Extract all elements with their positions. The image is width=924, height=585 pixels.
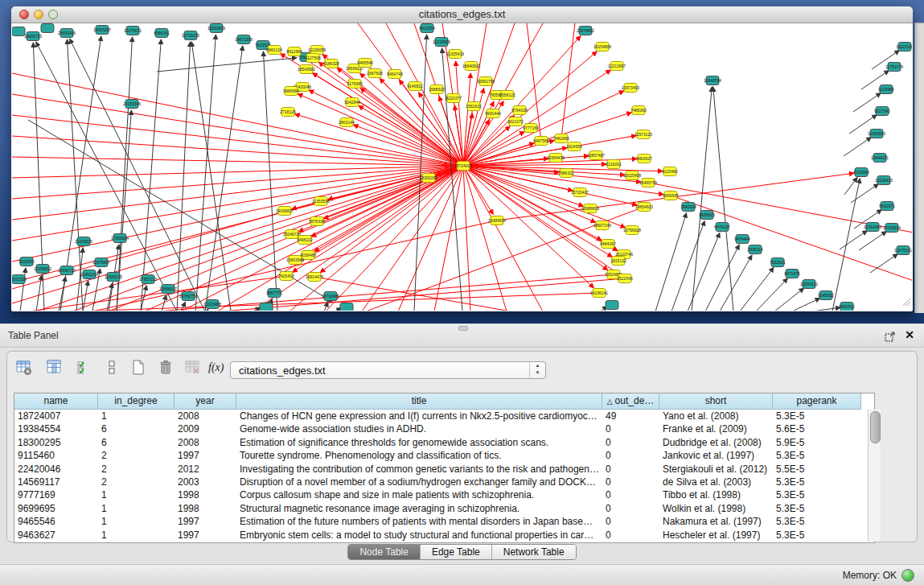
cell-year[interactable]: 1997: [175, 515, 236, 528]
cell-title[interactable]: Disruption of a novel member of a sodium…: [236, 476, 602, 488]
cell-in_degree[interactable]: 6: [98, 422, 175, 435]
cell-title[interactable]: Changes of HCN gene expression and I(f) …: [236, 410, 602, 422]
cell-pagerank[interactable]: 5.9E-5: [773, 436, 861, 449]
cell-out_de[interactable]: 0: [602, 436, 659, 449]
cell-title[interactable]: Estimation of significance thresholds fo…: [236, 436, 602, 449]
cell-title[interactable]: Estimation of the future numbers of pati…: [236, 515, 602, 528]
panel-collapse-arrow-icon[interactable]: [2, 264, 6, 270]
table-selector-dropdown[interactable]: citations_edges.txt ▲▼: [230, 361, 546, 379]
cell-year[interactable]: 2008: [175, 436, 236, 449]
cell-title[interactable]: Corpus callosum shape and size in male p…: [236, 488, 602, 501]
column-header-title[interactable]: title: [236, 393, 602, 410]
create-column-button[interactable]: [129, 359, 147, 377]
column-header-short[interactable]: short: [659, 393, 773, 410]
window-titlebar[interactable]: citations_edges.txt: [11, 6, 913, 23]
cell-pagerank[interactable]: 5.5E-5: [773, 463, 861, 476]
cell-title[interactable]: Structural magnetic resonance image aver…: [236, 502, 602, 515]
close-window-button[interactable]: [19, 10, 29, 19]
cell-out_de[interactable]: 0: [602, 502, 659, 515]
cell-in_degree[interactable]: 6: [98, 436, 175, 449]
cell-short[interactable]: Stergiakouli et al. (2012): [659, 463, 773, 476]
cell-pagerank[interactable]: 5.3E-5: [773, 410, 861, 422]
network-canvas[interactable]: 1405571520691406106532871527602169661611…: [12, 23, 912, 311]
cell-year[interactable]: 1998: [175, 502, 236, 515]
table-row[interactable]: 969969511998Structural magnetic resonanc…: [14, 502, 874, 515]
zoom-window-button[interactable]: [48, 10, 58, 19]
cell-title[interactable]: Embryonic stem cells: a model to study s…: [236, 529, 602, 542]
cell-pagerank[interactable]: 5.3E-5: [773, 476, 861, 488]
cell-out_de[interactable]: 49: [602, 410, 659, 422]
column-header-year[interactable]: year: [175, 393, 236, 410]
scrollbar-thumb[interactable]: [870, 411, 881, 443]
column-header-name[interactable]: name: [14, 393, 98, 410]
cell-name[interactable]: 22420046: [14, 463, 98, 476]
column-header-pagerank[interactable]: pagerank: [773, 393, 861, 410]
cell-year[interactable]: 2003: [175, 476, 236, 488]
table-row[interactable]: 2242004622012Investigating the contribut…: [14, 463, 874, 476]
cell-pagerank[interactable]: 5.3E-5: [773, 502, 861, 515]
graph-node[interactable]: [606, 301, 618, 310]
splitter-handle[interactable]: [458, 326, 468, 331]
cell-name[interactable]: 9699695: [14, 502, 98, 515]
cell-year[interactable]: 2008: [175, 410, 236, 422]
close-panel-button[interactable]: ✕: [905, 328, 914, 341]
cell-pagerank[interactable]: 5.3E-5: [773, 529, 861, 542]
cell-out_de[interactable]: 0: [602, 463, 659, 476]
function-builder-button[interactable]: f(x): [208, 359, 226, 377]
row-tools-button[interactable]: [103, 359, 121, 377]
table-row[interactable]: 911546021997Tourette syndrome. Phenomeno…: [14, 449, 874, 462]
select-columns-button[interactable]: [76, 359, 94, 377]
cell-short[interactable]: Hescheler et al. (1997): [659, 529, 773, 542]
network-window[interactable]: citations_edges.txt 14055715206914061065…: [11, 6, 913, 311]
cell-name[interactable]: 14569117: [14, 476, 98, 488]
table-row[interactable]: 946362711997Embryonic stem cells: a mode…: [14, 529, 874, 542]
cell-name[interactable]: 9465546: [14, 515, 98, 528]
cell-in_degree[interactable]: 1: [98, 529, 175, 542]
cell-in_degree[interactable]: 2: [98, 449, 175, 462]
graph-node[interactable]: [41, 24, 54, 33]
table-row[interactable]: 977716911998Corpus callosum shape and si…: [14, 488, 874, 501]
cell-pagerank[interactable]: 5.3E-5: [773, 488, 861, 501]
window-resize-grip[interactable]: [901, 295, 911, 310]
cell-pagerank[interactable]: 5.3E-5: [773, 449, 861, 462]
cell-out_de[interactable]: 0: [602, 488, 659, 501]
cell-pagerank[interactable]: 5.6E-5: [773, 422, 861, 435]
cell-out_de[interactable]: 0: [602, 476, 659, 488]
table-row[interactable]: 1456911722003Disruption of a novel membe…: [14, 476, 874, 488]
cell-year[interactable]: 1997: [175, 529, 236, 542]
cell-name[interactable]: 18724007: [14, 410, 98, 422]
cell-year[interactable]: 1997: [175, 449, 236, 462]
cell-out_de[interactable]: 0: [602, 449, 659, 462]
cell-year[interactable]: 1998: [175, 488, 236, 501]
cell-in_degree[interactable]: 1: [98, 410, 175, 422]
graph-node[interactable]: [12, 27, 25, 36]
delete-table-button[interactable]: [184, 359, 202, 377]
cell-year[interactable]: 2009: [175, 422, 236, 435]
cell-out_de[interactable]: 0: [602, 422, 659, 435]
tab-edge-table[interactable]: Edge Table: [420, 545, 491, 559]
cell-in_degree[interactable]: 2: [98, 463, 175, 476]
cell-in_degree[interactable]: 2: [98, 476, 175, 488]
cell-name[interactable]: 9115460: [14, 449, 98, 462]
vertical-scrollbar[interactable]: [868, 410, 881, 542]
cell-in_degree[interactable]: 1: [98, 515, 175, 528]
table-row[interactable]: 1938455462009Genome-wide association stu…: [14, 422, 874, 435]
cell-name[interactable]: 9777169: [14, 488, 98, 501]
table-row[interactable]: 946554611997Estimation of the future num…: [14, 515, 874, 528]
float-panel-button[interactable]: [885, 331, 895, 345]
table-mode-button[interactable]: [15, 359, 33, 377]
cell-short[interactable]: Yano et al. (2008): [659, 410, 773, 422]
show-column-button[interactable]: [46, 359, 64, 377]
cell-short[interactable]: Jankovic et al. (1997): [659, 449, 773, 462]
cell-title[interactable]: Genome-wide association studies in ADHD.: [236, 422, 602, 435]
tab-network-table[interactable]: Network Table: [491, 545, 576, 559]
cell-short[interactable]: de Silva et al. (2003): [659, 476, 773, 488]
cell-in_degree[interactable]: 1: [98, 502, 175, 515]
cell-short[interactable]: Dudbridge et al. (2008): [659, 436, 773, 449]
table-row[interactable]: 1872400712008Changes of HCN gene express…: [14, 410, 874, 422]
node-table[interactable]: namein_degreeyeartitle△out_de…shortpager…: [14, 393, 875, 543]
cell-pagerank[interactable]: 5.3E-5: [773, 515, 861, 528]
cell-name[interactable]: 18300295: [14, 436, 98, 449]
cell-name[interactable]: 19384554: [14, 422, 98, 435]
cell-short[interactable]: Tibbo et al. (1998): [659, 488, 773, 501]
